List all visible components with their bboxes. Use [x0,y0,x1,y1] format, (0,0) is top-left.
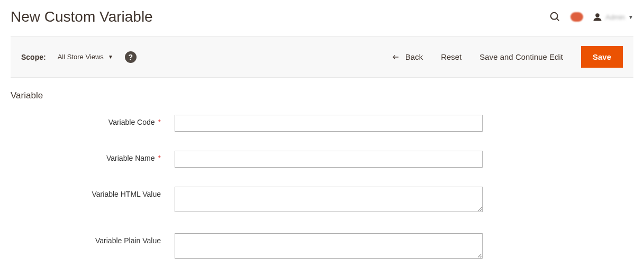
arrow-left-icon [392,54,400,60]
scope-value: All Store Views [58,53,104,61]
action-toolbar: Scope: All Store Views ▼ ? Back Reset Sa… [11,36,633,78]
field-label-html-value: Variable HTML Value [11,187,175,198]
save-button[interactable]: Save [581,46,623,68]
user-icon [593,12,602,22]
chevron-down-icon: ▼ [628,14,633,20]
variable-code-input[interactable] [175,115,483,132]
variable-plain-value-input[interactable] [175,233,483,259]
section-title: Variable [11,90,633,101]
required-mark: * [158,118,161,126]
scope-selector[interactable]: All Store Views ▼ [58,53,113,61]
search-icon[interactable] [549,11,561,23]
field-label-name: Variable Name* [11,151,175,162]
scope-label: Scope: [21,53,46,61]
chevron-down-icon: ▼ [108,54,113,60]
svg-point-0 [551,13,558,20]
variable-name-input[interactable] [175,151,483,168]
svg-point-2 [595,13,600,17]
svg-line-1 [557,19,559,21]
notification-badge[interactable] [570,12,583,22]
help-icon[interactable]: ? [125,51,137,63]
user-name: Admin [605,13,625,21]
variable-html-value-input[interactable] [175,187,483,212]
user-menu[interactable]: Admin ▼ [593,12,633,22]
field-label-plain-value: Variable Plain Value [11,233,175,245]
required-mark: * [158,154,161,162]
page-title: New Custom Variable [11,8,153,25]
save-continue-button[interactable]: Save and Continue Edit [479,52,563,61]
field-label-code: Variable Code* [11,115,175,126]
back-button[interactable]: Back [392,52,423,61]
reset-button[interactable]: Reset [441,52,461,61]
